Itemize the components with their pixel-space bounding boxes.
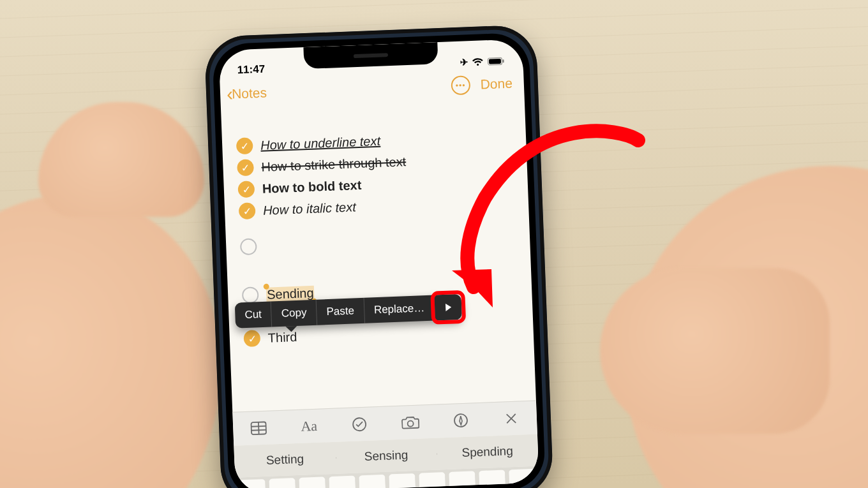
photo-scene: 11:47 ✈︎ ‹ Notes <box>0 0 868 488</box>
right-finger <box>600 268 830 434</box>
checkmark-icon[interactable]: ✓ <box>237 159 254 176</box>
battery-icon <box>487 57 505 66</box>
checkmark-icon[interactable]: ✓ <box>239 202 256 219</box>
back-label: Notes <box>232 85 267 101</box>
more-options-button[interactable]: ••• <box>451 75 470 95</box>
suggestion-word[interactable]: Spending <box>437 443 538 461</box>
checklist-text: How to italic text <box>263 200 356 218</box>
phone-bezel: 11:47 ✈︎ ‹ Notes <box>212 33 546 488</box>
suggestion-word[interactable]: Setting <box>234 451 336 469</box>
triangle-right-icon <box>444 303 453 312</box>
svg-rect-1 <box>489 58 501 64</box>
menu-more-arrow[interactable] <box>434 294 462 321</box>
menu-replace[interactable]: Replace… <box>364 295 435 323</box>
checkmark-icon[interactable]: ✓ <box>236 137 253 154</box>
svg-line-6 <box>258 422 259 434</box>
svg-rect-2 <box>502 59 504 63</box>
checkmark-icon[interactable]: ✓ <box>237 181 255 198</box>
suggestion-word[interactable]: Sensing <box>335 447 437 465</box>
checklist-item[interactable]: ✓ How to italic text <box>239 193 515 220</box>
svg-point-8 <box>407 421 413 427</box>
wifi-icon <box>472 57 483 66</box>
ellipsis-icon: ••• <box>456 80 466 90</box>
camera-button[interactable] <box>400 413 420 433</box>
checklist-text: How to strike through text <box>261 154 406 175</box>
checkmark-icon[interactable]: ✓ <box>243 330 260 347</box>
left-thumb <box>38 102 204 217</box>
iphone-device: 11:47 ✈︎ ‹ Notes <box>204 24 554 488</box>
check-circle-icon[interactable] <box>240 238 257 255</box>
checklist-text: How to bold text <box>262 177 361 196</box>
menu-paste[interactable]: Paste <box>317 298 365 325</box>
close-keyboard-button[interactable] <box>502 409 521 429</box>
insert-table-button[interactable] <box>248 418 268 438</box>
checklist-text: How to underline text <box>260 133 381 152</box>
done-button[interactable]: Done <box>480 76 513 92</box>
check-circle-icon[interactable] <box>242 286 259 304</box>
text-format-button[interactable]: Aa <box>299 417 319 436</box>
airplane-mode-icon: ✈︎ <box>460 56 468 68</box>
markup-pen-button[interactable] <box>451 411 470 431</box>
menu-cut[interactable]: Cut <box>235 301 273 328</box>
back-button[interactable]: ‹ Notes <box>227 85 267 101</box>
phone-screen: 11:47 ✈︎ ‹ Notes <box>218 39 539 488</box>
checklist-button[interactable] <box>350 415 370 434</box>
menu-copy[interactable]: Copy <box>271 300 317 327</box>
status-time: 11:47 <box>237 63 265 77</box>
